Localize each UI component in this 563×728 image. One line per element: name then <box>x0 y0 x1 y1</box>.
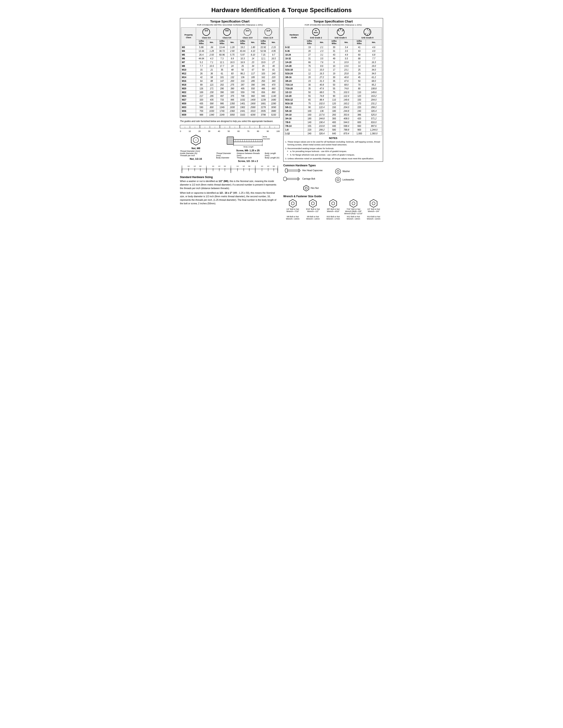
sae-cell: 5.5 <box>340 57 353 60</box>
svg-text:1/4: 1/4 <box>261 165 263 167</box>
sae-cell: 190.4 <box>315 120 328 124</box>
sae5-nm-header: Nm. <box>340 39 353 45</box>
metric-cell: 34 <box>248 64 258 68</box>
sae-cell: 440 <box>328 124 340 128</box>
hex-capscrew-item: Hex Head Capscrew <box>283 168 332 173</box>
metric-cell: 1740 <box>216 109 227 113</box>
svg-marker-151 <box>289 199 296 207</box>
sae-cell: 27 <box>304 53 315 57</box>
metric-cell: 5.2 <box>196 60 207 64</box>
screw-diagram: Body Diameter Body Length Screw, M8- 1.2… <box>216 135 280 162</box>
metric-cell: 1900 <box>248 102 258 105</box>
sae-cell: 353.6 <box>340 113 353 117</box>
metric-chart-subtitle: FOR STANDARD METRIC MACHINE HARDWARE (To… <box>181 24 278 26</box>
sae-cell: 10 <box>328 64 340 68</box>
page-title: Hardware Identification & Torque Specifi… <box>180 7 383 14</box>
sae-cell: 102.0 <box>315 102 328 105</box>
lockwasher-label: Lockwasher <box>343 178 354 181</box>
metric-cell: 81 <box>269 68 278 72</box>
metric-cell: M27 <box>181 98 196 102</box>
class-88-icon: 8.8 <box>223 28 231 36</box>
metric-cell: 1030 <box>207 109 216 113</box>
sae-cell: 4.9 <box>340 53 353 57</box>
sae-cell: 29 <box>353 72 366 75</box>
ruler-numbers: 0102030405060708090100 <box>180 130 280 132</box>
sae-cell: 1-8 <box>285 128 304 132</box>
wrench-item-m8-bolt: M8 Bolt or Nut <box>283 216 302 218</box>
svg-line-113 <box>338 30 339 31</box>
sae-cell: 5/8-18 <box>285 109 304 113</box>
wrench-item-3-bolt: 3/8" Bolt or Nut <box>324 208 343 210</box>
sae-cell: 231.2 <box>366 102 382 105</box>
sae-cell: 20 <box>304 49 315 53</box>
sae-cell: 8 <box>328 60 340 64</box>
sae-cell: 150 <box>353 98 366 102</box>
metric-cell: 10.3 <box>237 57 248 60</box>
metric-cell: 43.44 <box>237 49 248 53</box>
sae-cell: 1,360.0 <box>366 132 382 135</box>
metric-cell: 2.15 <box>269 45 278 49</box>
metric-cell: 340 <box>269 79 278 83</box>
metric-cell: 1140 <box>269 94 278 98</box>
wrench-item-3: 3/8" Bolt or Nut Wrench—9/16" <box>324 199 343 215</box>
sae-cell: 260 <box>328 113 340 117</box>
sae-cell: 45 <box>353 75 366 79</box>
svg-point-150 <box>305 187 307 189</box>
class-109-label: Class 10.9 <box>238 37 257 39</box>
metric-cell: 5.75 <box>227 53 237 57</box>
metric-cell: M18 <box>181 83 196 87</box>
sae-cell: 23.1 <box>340 68 353 72</box>
sae-cell: 16.3 <box>315 72 328 75</box>
hardware-diagrams: Nut, M8 Thread Diameter (mm) Inside Diam… <box>180 135 280 162</box>
sae-cell: 13.6 <box>340 64 353 68</box>
svg-marker-149 <box>304 185 309 191</box>
wrench-item-1-bolt: 1/4" Bolt or Nut <box>283 208 302 210</box>
sae-cell: 31 <box>328 49 340 53</box>
sae-cell: 34.0 <box>366 72 382 75</box>
metric-cell: 7.15 <box>258 53 269 57</box>
sae-cell: 525.0 <box>366 113 382 117</box>
svg-text:1/2: 1/2 <box>194 165 196 167</box>
sae5-icon <box>337 28 345 36</box>
wrench-item-3-wrench: Wrench—9/16" <box>324 210 343 212</box>
svg-rect-136 <box>287 178 299 180</box>
sae-cell: 74.8 <box>340 87 353 90</box>
metric-cell: 7.1 <box>207 60 216 64</box>
88-nm-header: Nm. <box>227 39 237 45</box>
sae-cell: 5/8-11 <box>285 105 304 109</box>
wrench-items-row1: 1/4" Bolt or Nut Wrench—7/16" 5/16" Bolt… <box>283 199 383 215</box>
metric-cell: 67 <box>248 68 258 72</box>
metric-cell: 960 <box>248 94 258 98</box>
svg-point-133 <box>336 169 341 174</box>
sae-cell: 816.0 <box>366 120 382 124</box>
metric-cell: 1.28 <box>227 45 237 49</box>
metric-cell: 220 <box>269 75 278 79</box>
property-class-header: PropertyClass <box>181 28 196 45</box>
hex-nut-item: Hex Nut <box>283 185 383 191</box>
metric-cell: M12 <box>181 72 196 75</box>
metric-cell: M5 <box>181 53 196 57</box>
metric-cell: 2.50 <box>207 53 216 57</box>
class-88-header: 8.8 Class 8.8 <box>216 28 237 40</box>
ruler-description: The guides and ruler furnished below are… <box>180 120 280 122</box>
sae-cell: 149.6 <box>366 90 382 94</box>
svg-text:Diameter: Diameter <box>263 138 270 140</box>
metric-cell: M16 <box>181 79 196 83</box>
metric-cell: 1.28 <box>207 49 216 53</box>
svg-text:No: No <box>315 30 317 31</box>
sae-cell: 210.8 <box>315 124 328 128</box>
metric-cell: 19.2 <box>237 45 248 49</box>
wrench-items-row2: M8 Bolt or Nut Wrench—10mm M9 Bolt or Nu… <box>283 216 383 220</box>
sae-cell: 95.2 <box>366 83 382 87</box>
metric-cell: 42 <box>196 75 207 79</box>
sae-cell: 204.0 <box>366 98 382 102</box>
metric-cell: 1032 <box>237 98 248 102</box>
hex-nut-label: Hex Nut <box>311 187 319 189</box>
sae-cell: 40.8 <box>315 83 328 87</box>
sae-cell: 55 <box>304 94 315 98</box>
metric-cell: M36 <box>181 109 196 113</box>
nut-svg <box>190 135 201 146</box>
sae-cell: 244.8 <box>315 117 328 120</box>
sae-cell: 7.6 <box>315 60 328 64</box>
metric-cell: 217 <box>196 94 207 98</box>
